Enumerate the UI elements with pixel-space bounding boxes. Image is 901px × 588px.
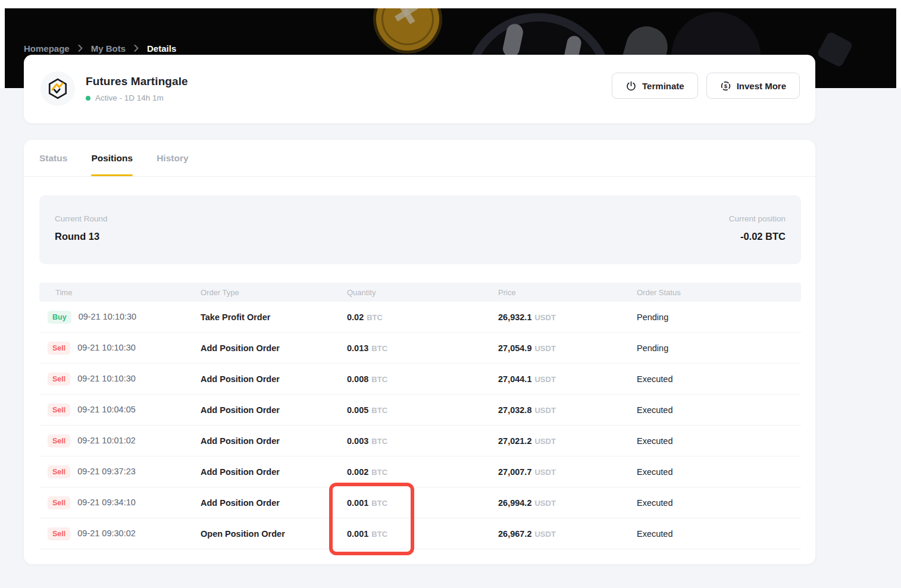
bot-status: Active - 1D 14h 1m [86,93,188,102]
details-card: Status Positions History Current Round R… [24,140,815,564]
order-quantity: 0.02 [347,312,364,322]
order-time: 09-21 10:10:30 [77,374,136,383]
order-quantity: 0.001 [347,529,368,539]
order-time: 09-21 10:10:30 [79,312,137,321]
table-row: Sell09-21 09:34:10 Add Position Order 0.… [39,487,801,518]
order-quantity: 0.001 [347,498,368,508]
order-status: Pending [637,343,801,353]
tab-bar: Status Positions History [24,140,815,177]
price-unit: USDT [534,406,555,415]
invest-more-button[interactable]: $ Invest More [706,73,800,99]
column-header-order-type: Order Type [201,288,347,297]
order-price: 27,044.1 [498,374,531,384]
bot-title-block: Futures Martingale Active - 1D 14h 1m [86,75,188,102]
table-row: Sell09-21 10:04:05 Add Position Order 0.… [39,395,801,426]
chevron-right-icon [134,45,139,52]
current-round-value: Round 13 [55,231,786,242]
current-position-label: Current position [729,214,786,223]
table-row: Sell09-21 10:10:30 Add Position Order 0.… [39,333,801,364]
order-type: Add Position Order [201,498,347,508]
quantity-unit: BTC [371,375,387,384]
bot-logo-icon [40,71,75,106]
order-status: Pending [637,312,801,322]
invest-more-button-label: Invest More [737,81,786,91]
order-type: Add Position Order [201,343,347,353]
order-quantity: 0.005 [347,405,368,415]
order-type: Add Position Order [201,374,347,384]
current-round-label: Current Round [55,214,786,223]
order-time: 09-21 09:30:02 [77,528,136,538]
order-type: Add Position Order [201,467,347,477]
side-badge: Sell [48,527,70,540]
quantity-unit: BTC [371,499,387,508]
order-price: 27,054.9 [498,343,531,353]
svg-text:$: $ [724,82,727,89]
current-position-value: -0.02 BTC [729,231,786,242]
table-row: Sell09-21 10:01:02 Add Position Order 0.… [39,426,801,456]
order-price: 26,994.2 [498,498,531,508]
order-quantity: 0.013 [347,343,368,353]
order-time: 09-21 09:37:23 [77,467,136,476]
breadcrumb-details: Details [147,43,176,54]
quantity-unit: BTC [371,344,387,353]
column-header-quantity: Quantity [347,288,498,297]
active-status-dot-icon [86,96,90,101]
tab-history[interactable]: History [157,140,188,176]
price-unit: USDT [534,530,555,539]
breadcrumb-homepage[interactable]: Homepage [24,43,70,54]
coin-illustration [367,8,449,60]
price-unit: USDT [534,499,555,508]
tab-positions[interactable]: Positions [91,140,133,176]
side-badge: Sell [48,434,70,448]
side-badge: Sell [48,342,70,355]
terminate-button-label: Terminate [642,81,684,91]
dollar-refresh-icon: $ [720,80,731,92]
order-time: 09-21 10:04:05 [77,405,136,414]
order-status: Executed [637,498,801,508]
order-quantity: 0.002 [347,467,368,477]
order-time: 09-21 10:10:30 [77,343,136,352]
bot-status-text: Active - 1D 14h 1m [95,93,164,102]
table-row: Sell09-21 10:10:30 Add Position Order 0.… [39,364,801,395]
tab-status[interactable]: Status [39,140,67,176]
bot-identity: Futures Martingale Active - 1D 14h 1m [40,71,188,106]
table-row: Sell09-21 09:37:23 Add Position Order 0.… [39,456,801,487]
side-badge: Sell [48,404,70,417]
side-badge: Sell [48,373,70,386]
order-type: Add Position Order [201,436,347,446]
breadcrumb-my-bots[interactable]: My Bots [91,43,126,54]
side-badge: Sell [48,465,70,478]
order-quantity: 0.008 [347,374,368,384]
power-icon [625,80,637,92]
order-type: Take Profit Order [201,312,347,322]
column-header-time: Time [55,288,201,297]
order-status: Executed [637,529,801,539]
table-row: Buy09-21 10:10:30 Take Profit Order 0.02… [39,302,801,333]
bot-title: Futures Martingale [86,75,188,88]
bot-header-card: Futures Martingale Active - 1D 14h 1m Te… [24,55,815,123]
current-position-block: Current position -0.02 BTC [729,214,786,242]
quantity-unit: BTC [371,406,387,415]
order-price: 26,932.1 [498,312,531,322]
price-unit: USDT [534,437,555,446]
order-type: Add Position Order [201,405,347,415]
orders-table: Time Order Type Quantity Price Order Sta… [39,283,801,549]
price-unit: USDT [534,313,555,322]
order-status: Executed [637,436,801,446]
price-unit: USDT [534,468,555,477]
quantity-unit: BTC [371,437,387,446]
order-price: 27,021.2 [498,436,531,446]
chevron-right-icon [78,45,83,52]
column-header-price: Price [498,288,637,297]
quantity-unit: BTC [371,468,387,477]
order-price: 27,007.7 [498,467,531,477]
order-status: Executed [637,374,801,384]
order-type: Open Position Order [201,529,347,539]
side-badge: Buy [48,311,71,324]
quantity-unit: BTC [371,530,387,539]
order-quantity: 0.003 [347,436,368,446]
quantity-unit: BTC [367,313,383,322]
page: Homepage My Bots Details Futures Marting… [0,0,901,588]
order-time: 09-21 09:34:10 [77,498,136,507]
terminate-button[interactable]: Terminate [612,73,698,99]
